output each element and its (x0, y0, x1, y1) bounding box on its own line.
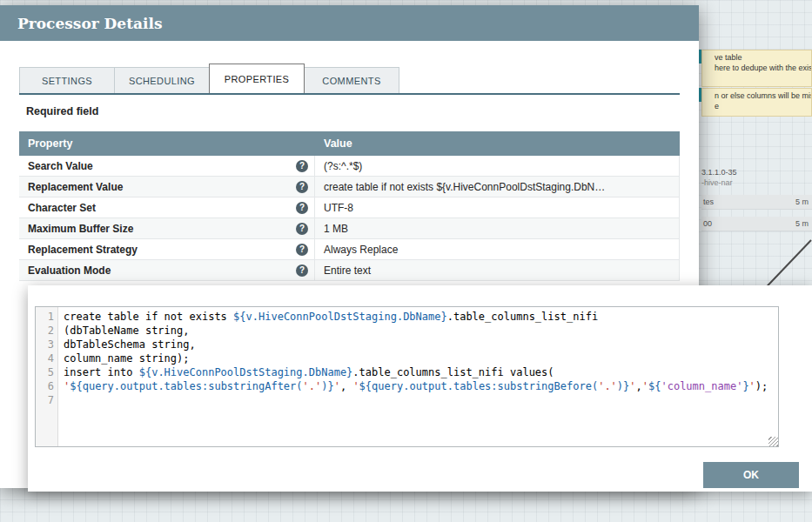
code-line: create table if not exists ${v.HiveConnP… (64, 310, 778, 324)
help-icon[interactable]: ? (296, 181, 308, 193)
help-icon[interactable]: ? (296, 223, 308, 235)
note-text: ve table (715, 52, 811, 63)
line-number: 2 (36, 324, 54, 338)
code-line: (dbTableName string, (64, 324, 778, 338)
processor-stats: 3.1.1.0-35 -hive-nar tes 5 m 00 5 m (701, 167, 812, 231)
help-icon[interactable]: ? (296, 202, 308, 214)
resize-handle[interactable] (768, 437, 778, 446)
property-value[interactable]: Always Replace (315, 239, 679, 259)
property-name: Evaluation Mode (28, 264, 296, 277)
required-field-label: Required field (26, 105, 98, 117)
dialog-title: Processor Details (17, 15, 163, 32)
ok-button[interactable]: OK (703, 462, 799, 488)
tab-settings[interactable]: SETTINGS (19, 67, 115, 93)
tab-scheduling[interactable]: SCHEDULING (114, 67, 210, 93)
line-number: 1 (36, 310, 54, 324)
canvas-note: n or else columns will be miss e (701, 88, 812, 117)
property-name: Character Set (28, 202, 296, 214)
tab-properties[interactable]: PROPERTIES (209, 64, 305, 93)
code-line: column_name string); (64, 351, 778, 365)
code-line: '${query.output.tables:substringAfter('.… (64, 379, 778, 393)
processor-nar: -hive-nar (701, 177, 812, 188)
properties-table: Property Value Search Value?(?s:^.*$)Rep… (19, 131, 680, 281)
code-text[interactable]: create table if not exists ${v.HiveConnP… (58, 307, 778, 446)
code-line: insert into ${v.HiveConnPoolDstStaging.D… (64, 365, 778, 379)
property-row: Replacement Strategy?Always Replace (19, 239, 680, 260)
property-value[interactable]: create table if not exists ${v.HiveConnP… (315, 177, 679, 197)
stat-label: tes (703, 197, 714, 206)
help-icon[interactable]: ? (296, 264, 308, 277)
line-number: 4 (36, 351, 54, 365)
help-icon[interactable]: ? (296, 160, 308, 172)
note-text: here to dedupe with the existi (715, 63, 811, 73)
note-text: e (715, 101, 811, 111)
line-number: 6 (36, 379, 54, 393)
stat-window: 5 m (795, 219, 809, 228)
code-line (64, 393, 778, 407)
line-number: 3 (36, 338, 54, 351)
column-header-property: Property (19, 137, 315, 150)
property-name: Maximum Buffer Size (28, 223, 296, 235)
processor-version: 3.1.1.0-35 (701, 167, 812, 177)
canvas-note: ve table here to dedupe with the existi (701, 50, 812, 87)
property-row: Replacement Value?create table if not ex… (19, 177, 680, 197)
property-name: Replacement Value (28, 181, 296, 193)
note-text: n or else columns will be miss (715, 90, 811, 101)
property-value[interactable]: Entire text (315, 260, 679, 280)
properties-table-header: Property Value (19, 131, 680, 156)
stat-row: 00 5 m (701, 217, 812, 231)
tab-comments[interactable]: COMMENTS (304, 67, 399, 93)
dialog-header: Processor Details (0, 5, 699, 41)
property-name: Search Value (28, 160, 296, 172)
column-header-value: Value (315, 137, 680, 150)
code-editor[interactable]: 1234567 create table if not exists ${v.H… (35, 306, 779, 447)
stat-row: tes 5 m (701, 195, 812, 210)
code-line: dbTableSchema string, (64, 338, 778, 351)
property-row: Evaluation Mode?Entire text (19, 260, 680, 281)
stat-label: 00 (703, 219, 712, 228)
properties-table-body: Search Value?(?s:^.*$)Replacement Value?… (19, 156, 680, 281)
property-row: Character Set?UTF-8 (19, 197, 680, 218)
line-number: 7 (36, 393, 54, 407)
stat-window: 5 m (795, 197, 809, 206)
tab-bar: SETTINGS SCHEDULING PROPERTIES COMMENTS (19, 64, 680, 95)
property-name: Replacement Strategy (28, 244, 296, 256)
value-editor-panel: 1234567 create table if not exists ${v.H… (28, 285, 812, 492)
property-value[interactable]: UTF-8 (315, 197, 679, 218)
property-row: Search Value?(?s:^.*$) (19, 156, 680, 177)
property-row: Maximum Buffer Size?1 MB (19, 218, 680, 239)
line-number: 5 (36, 365, 54, 379)
help-icon[interactable]: ? (296, 244, 308, 256)
property-value[interactable]: (?s:^.*$) (315, 156, 679, 176)
property-value[interactable]: 1 MB (315, 218, 679, 238)
line-number-gutter: 1234567 (36, 307, 58, 446)
